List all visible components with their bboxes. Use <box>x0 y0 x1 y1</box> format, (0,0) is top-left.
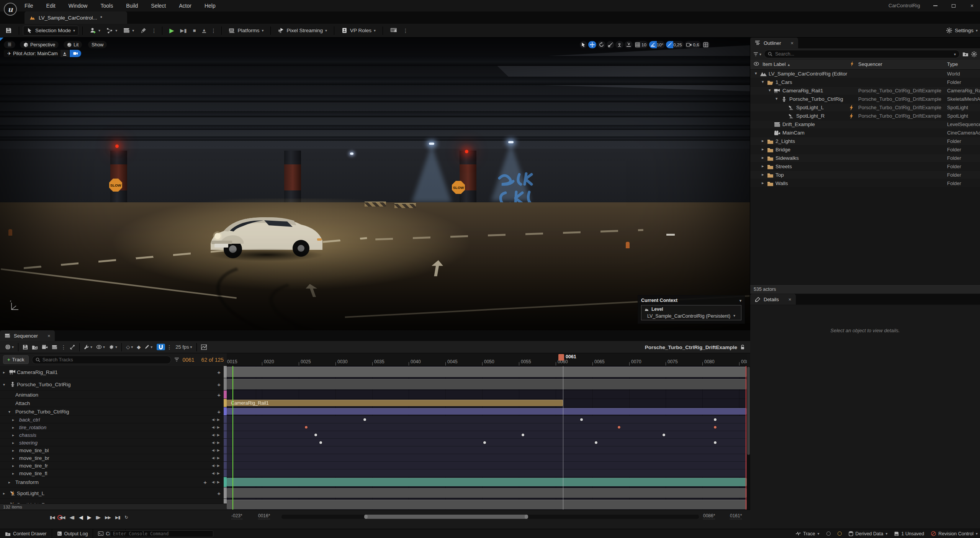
key-navigation-buttons[interactable]: ◀◦▶ <box>212 480 221 484</box>
track-header-row[interactable]: ▸move_tire_br◀◦▶ <box>0 454 227 462</box>
expander-icon[interactable]: ▸ <box>762 138 764 143</box>
pixel-streaming-dropdown[interactable]: Pixel Streaming ▾ <box>275 26 330 35</box>
previous-key-button[interactable]: ◀◀ <box>59 515 65 520</box>
timeline-row[interactable] <box>227 499 747 510</box>
level-viewport[interactable]: SLOW SLOW <box>0 38 750 330</box>
add-section-button[interactable]: + <box>203 479 207 486</box>
menu-file[interactable]: File <box>25 3 33 9</box>
console-command-input[interactable] <box>113 531 210 536</box>
timeline-row[interactable] <box>227 416 747 423</box>
key-navigation-buttons[interactable]: ◀◦▶ <box>212 471 221 475</box>
play-reverse-button[interactable]: ◀ <box>79 514 83 520</box>
keyframe[interactable] <box>319 441 322 444</box>
track-section-bar[interactable] <box>227 367 747 377</box>
tab-sequencer[interactable]: Sequencer × <box>0 330 55 341</box>
timeline-track-area[interactable]: CameraRig_Rail1 <box>227 366 747 510</box>
menu-help[interactable]: Help <box>205 3 216 9</box>
close-icon[interactable]: × <box>47 333 51 339</box>
outliner-row[interactable]: ▸WallsFolder <box>750 179 980 188</box>
edit-mode-dropdown[interactable]: ▾ <box>142 344 154 350</box>
working-range-end-field[interactable]: 0161* <box>730 513 742 519</box>
add-section-button[interactable]: + <box>217 381 221 387</box>
expander-icon[interactable]: ▸ <box>3 491 5 495</box>
key-navigation-buttons[interactable]: ◀◦▶ <box>212 448 221 452</box>
sequence-browse-dropdown[interactable]: ▾ <box>3 343 16 351</box>
expander-icon[interactable]: ▾ <box>769 88 771 93</box>
expander-icon[interactable]: ▸ <box>762 172 764 177</box>
eject-button[interactable]: ▲ <box>199 26 209 34</box>
expander-icon[interactable]: ▸ <box>12 433 14 437</box>
toolbar-overflow-dots[interactable]: ⋮ <box>150 28 158 34</box>
add-track-button[interactable]: + Track <box>3 355 29 364</box>
timeline-row[interactable] <box>227 431 747 439</box>
snap-options-dots[interactable]: ⋮ <box>165 344 173 350</box>
key-navigation-buttons[interactable]: ◀◦▶ <box>212 441 221 445</box>
remote-session-button[interactable] <box>387 26 401 35</box>
add-section-button[interactable]: + <box>217 408 221 415</box>
outliner-settings-button[interactable] <box>971 51 977 57</box>
keyframe[interactable] <box>714 418 717 421</box>
expander-icon[interactable]: ▸ <box>12 456 14 460</box>
tab-outliner[interactable]: Outliner × <box>750 38 798 48</box>
expander-icon[interactable]: ▾ <box>8 409 10 413</box>
blueprints-button[interactable]: ▾ <box>103 26 120 35</box>
timeline-row[interactable] <box>227 366 747 378</box>
expander-icon[interactable]: ▸ <box>3 370 5 374</box>
key-navigation-buttons[interactable]: ◀◦▶ <box>212 464 221 467</box>
timeline-row[interactable]: CameraRig_Rail1 <box>227 399 747 407</box>
track-header-row[interactable]: ▸move_tire_fr◀◦▶ <box>0 462 227 469</box>
expander-icon[interactable]: ▸ <box>12 417 14 422</box>
output-log-button[interactable]: Output Log <box>52 529 93 538</box>
timeline-row[interactable] <box>227 477 747 487</box>
save-button[interactable] <box>2 26 15 35</box>
expander-icon[interactable]: ▸ <box>762 147 764 152</box>
lock-open-icon[interactable] <box>740 344 745 350</box>
keyframe[interactable] <box>663 433 665 436</box>
track-section-bar[interactable] <box>227 478 747 486</box>
add-actor-button[interactable]: ▾ <box>87 26 103 35</box>
track-filter-icon[interactable] <box>174 358 179 362</box>
view-options-dropdown[interactable]: ▾ <box>94 344 107 350</box>
scale-tool-button[interactable] <box>607 41 614 48</box>
outliner-row[interactable]: ▾CameraRig_Rail1Porsche_Turbo_CtrlRig_Dr… <box>750 87 980 95</box>
menu-window[interactable]: Window <box>69 3 88 9</box>
select-tool-button[interactable] <box>580 41 587 48</box>
track-header-row[interactable]: ▸chassis◀◦▶ <box>0 431 227 439</box>
timeline-row[interactable] <box>227 378 747 390</box>
timeline-vertical-scrollbar[interactable] <box>747 366 750 510</box>
column-sequencer-bolt-icon[interactable] <box>851 61 854 67</box>
play-button[interactable]: ▶ <box>166 25 177 36</box>
keyframe[interactable] <box>714 441 717 444</box>
track-section-bar[interactable] <box>227 500 747 509</box>
warning-indicator-icon[interactable] <box>838 531 842 536</box>
grid-snap-button[interactable]: 10 <box>634 41 648 48</box>
perspective-dropdown[interactable]: Perspective <box>20 41 59 48</box>
menu-actor[interactable]: Actor <box>179 3 191 9</box>
move-tool-button[interactable] <box>588 41 596 48</box>
keyframe[interactable] <box>714 426 717 428</box>
editor-modes-button[interactable] <box>137 26 150 35</box>
expander-icon[interactable]: ▾ <box>755 71 757 76</box>
step-backward-button[interactable]: ◀▮ <box>69 515 74 520</box>
curve-editor-button[interactable] <box>199 344 209 351</box>
auto-key-button[interactable]: ◆ <box>135 343 142 351</box>
timeline-row[interactable] <box>227 390 747 399</box>
keyframe[interactable] <box>363 418 366 421</box>
view-range-start-field[interactable]: 0016* <box>258 513 270 519</box>
pilot-actor-indicator[interactable]: ✈ Pilot Actor: MainCam <box>4 50 61 57</box>
add-section-button[interactable]: + <box>217 490 221 496</box>
outliner-row[interactable]: ▸BridgeFolder <box>750 146 980 154</box>
track-header-row[interactable]: Attach <box>0 399 227 407</box>
viewport-options-button[interactable]: ☰ <box>4 41 15 48</box>
track-header-row[interactable]: ▾Porsche_Turbo_CtrlRig+ <box>0 407 227 416</box>
expander-icon[interactable]: ▸ <box>12 463 14 467</box>
collapse-chevron-icon[interactable]: ▾ <box>739 299 741 303</box>
tab-details[interactable]: Details × <box>750 294 796 305</box>
timeline-ruler[interactable]: 0015002000250030003500400045005000550060… <box>227 353 747 366</box>
key-navigation-buttons[interactable]: ◀◦▶ <box>212 433 221 437</box>
menu-edit[interactable]: Edit <box>46 3 56 9</box>
track-search-field[interactable] <box>32 356 172 364</box>
show-dropdown[interactable]: Show <box>88 41 107 48</box>
coordinate-space-button[interactable] <box>615 41 623 48</box>
render-movie-button[interactable] <box>50 344 59 350</box>
